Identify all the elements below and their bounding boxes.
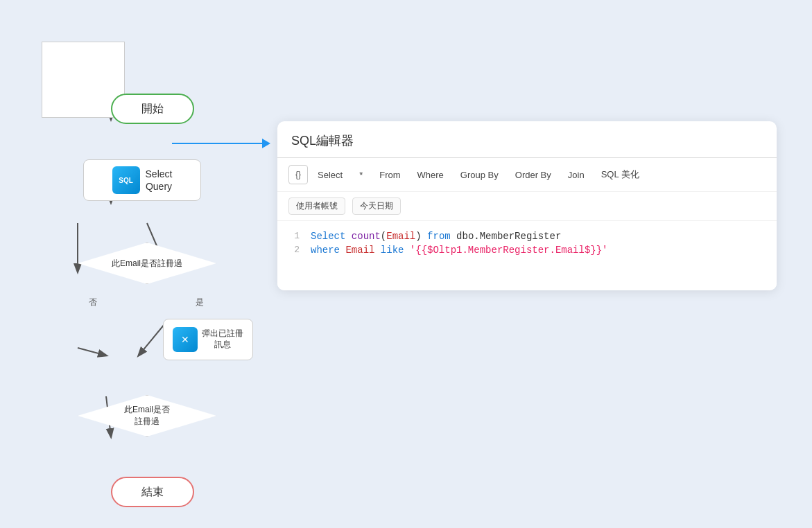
- connector-line: [172, 143, 262, 144]
- beautify-btn[interactable]: SQL 美化: [594, 166, 646, 184]
- from-btn[interactable]: From: [372, 167, 407, 183]
- sql-toolbar: {} Select * From Where Group By Order By…: [277, 158, 777, 192]
- sql-icon: SQL: [112, 166, 140, 194]
- select-query-node[interactable]: SQL SelectQuery: [83, 159, 201, 201]
- braces-icon-btn[interactable]: {}: [288, 165, 308, 184]
- flowchart: 開始 SQL SelectQuery 此Email是否註冊過 否 是 ✕ 彈出已…: [42, 42, 277, 499]
- end-node: 結束: [111, 477, 194, 507]
- sql-shortcuts: 使用者帳號 今天日期: [277, 192, 777, 221]
- sql-line-1: 1 Select count(Email) from dbo.MemberReg…: [277, 229, 777, 243]
- join-btn[interactable]: Join: [561, 167, 591, 183]
- no-label: 否: [89, 297, 97, 308]
- line-num-1: 1: [277, 231, 311, 241]
- today-shortcut-btn[interactable]: 今天日期: [352, 197, 401, 215]
- diamond2-text: 此Email是否註冊過: [124, 404, 170, 428]
- sql-editor-panel: SQL編輯器 {} Select * From Where Group By O…: [277, 121, 777, 290]
- connector-arrowhead: [262, 139, 270, 148]
- group-by-btn[interactable]: Group By: [453, 167, 506, 183]
- diamond1-text: 此Email是否註冊過: [112, 258, 182, 270]
- end-label: 結束: [141, 485, 164, 500]
- sql-editor-title: SQL編輯器: [277, 121, 777, 158]
- select-btn[interactable]: Select: [311, 167, 349, 183]
- connector-arrow: [172, 139, 279, 148]
- yes-label: 是: [196, 297, 204, 308]
- diamond1-node: 此Email是否註冊過: [78, 243, 216, 284]
- line-code-1: Select count(Email) from dbo.MemberRegis…: [311, 231, 561, 242]
- select-query-label: SelectQuery: [146, 168, 173, 193]
- sql-line-2: 2 where Email like '{{$Oltp1.MemberRegis…: [277, 243, 777, 257]
- popup-icon: ✕: [173, 327, 198, 352]
- popup-label: 彈出已註冊訊息: [202, 328, 243, 350]
- where-btn[interactable]: Where: [411, 167, 451, 183]
- sql-code-area[interactable]: 1 Select count(Email) from dbo.MemberReg…: [277, 221, 777, 290]
- diamond2-node: 此Email是否註冊過: [78, 395, 216, 437]
- star-btn[interactable]: *: [352, 167, 370, 183]
- account-shortcut-btn[interactable]: 使用者帳號: [288, 197, 345, 215]
- popup-node[interactable]: ✕ 彈出已註冊訊息: [163, 319, 253, 360]
- line-num-2: 2: [277, 245, 311, 255]
- order-by-btn[interactable]: Order By: [508, 167, 558, 183]
- start-node: 開始: [111, 94, 194, 124]
- start-label: 開始: [141, 102, 164, 116]
- line-code-2: where Email like '{{$Oltp1.MemberRegiste…: [311, 245, 608, 256]
